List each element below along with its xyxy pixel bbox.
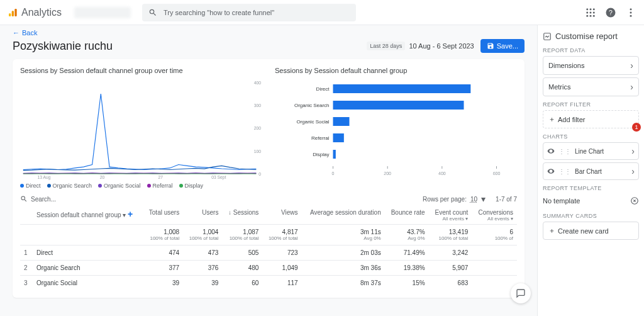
date-range[interactable]: 10 Aug - 6 Sept 2023	[409, 42, 474, 50]
back-link[interactable]: ← Back	[13, 29, 37, 37]
sidebar-title: Customise report	[555, 31, 618, 41]
save-button[interactable]: Save...	[480, 39, 525, 53]
svg-rect-2	[14, 9, 16, 16]
svg-text:0: 0	[332, 171, 335, 176]
unlink-icon[interactable]	[630, 196, 639, 205]
svg-point-6	[586, 11, 588, 13]
help-icon[interactable]: ?	[605, 7, 616, 18]
svg-text:200: 200	[254, 126, 261, 130]
svg-rect-0	[9, 13, 11, 16]
data-table: Session default channel group ▾ +Total u…	[20, 206, 517, 290]
line-chart-legend: DirectOrganic SearchOrganic SocialReferr…	[20, 183, 262, 189]
eye-icon	[547, 147, 555, 155]
svg-point-11	[593, 14, 595, 16]
legend-item[interactable]: Display	[179, 183, 204, 189]
svg-text:200: 200	[384, 171, 391, 176]
table-row[interactable]: 2Organic Search3773764801,0493m 36s19.38…	[20, 261, 517, 276]
chevron-right-icon: ›	[631, 146, 635, 156]
top-bar: Analytics Try searching "how to create f…	[0, 0, 644, 25]
section-report-filter: REPORT FILTER	[543, 101, 639, 108]
global-search[interactable]: Try searching "how to create funnel"	[142, 4, 356, 21]
add-filter-button[interactable]: ＋ Add filter 1	[543, 110, 639, 128]
no-template: No template	[543, 194, 639, 208]
svg-text:0: 0	[258, 172, 261, 176]
svg-point-5	[593, 8, 595, 10]
legend-item[interactable]: Direct	[20, 183, 41, 189]
chat-fab[interactable]	[511, 283, 531, 303]
legend-item[interactable]: Referral	[147, 183, 173, 189]
bar-chart: DirectOrganic SearchOrganic SocialReferr…	[275, 79, 517, 180]
section-charts: CHARTS	[543, 133, 639, 140]
svg-text:Organic Social: Organic Social	[296, 119, 329, 125]
legend-item[interactable]: Organic Social	[98, 183, 141, 189]
chart-type-line[interactable]: ⋮⋮ Line Chart ›	[543, 142, 639, 160]
bar-chart-title: Sessions by Session default channel grou…	[275, 67, 517, 74]
chart-type-bar[interactable]: ⋮⋮ Bar Chart ›	[543, 162, 639, 180]
date-preset-chip[interactable]: Last 28 days	[367, 42, 405, 50]
table-search-placeholder: Search...	[31, 196, 56, 203]
svg-text:Display: Display	[313, 152, 329, 157]
plus-icon: ＋	[548, 115, 555, 124]
app-name: Analytics	[21, 7, 62, 18]
search-icon	[20, 195, 28, 203]
table-search[interactable]: Search...	[20, 195, 56, 203]
save-icon	[487, 42, 494, 50]
customise-icon	[543, 32, 552, 41]
save-label: Save...	[497, 42, 518, 50]
svg-text:400: 400	[254, 81, 261, 85]
svg-point-10	[590, 14, 592, 16]
svg-text:03 Sept: 03 Sept	[211, 175, 226, 180]
chevron-right-icon: ›	[630, 82, 633, 92]
svg-point-15	[630, 11, 632, 13]
svg-point-4	[590, 8, 592, 10]
plus-icon: ＋	[548, 226, 555, 235]
drag-icon: ⋮⋮	[558, 168, 571, 175]
page-title: Pozyskiwanie ruchu	[13, 40, 113, 53]
svg-rect-35	[333, 150, 336, 159]
svg-text:20: 20	[100, 175, 105, 179]
svg-text:?: ?	[609, 8, 613, 16]
section-summary: SUMMARY CARDS	[543, 213, 639, 219]
svg-text:100: 100	[254, 149, 261, 154]
table-row[interactable]: 1Direct4744735057232m 03s71.49%3,242	[20, 245, 517, 261]
svg-rect-27	[333, 84, 471, 93]
svg-text:Referral: Referral	[311, 135, 330, 141]
svg-text:400: 400	[438, 171, 446, 176]
svg-point-8	[593, 11, 595, 13]
chevron-right-icon: ›	[630, 60, 633, 71]
chevron-down-icon[interactable]: ▾	[481, 194, 486, 204]
section-template: REPORT TEMPLATE	[543, 185, 639, 191]
rows-per-page-label: Rows per page:	[423, 196, 467, 203]
search-icon	[148, 8, 157, 17]
customise-sidebar: Customise report REPORT DATA Dimensions›…	[537, 25, 644, 316]
table-row[interactable]: 3Organic Social3939601178m 37s15%683	[20, 276, 517, 291]
svg-point-3	[586, 8, 588, 10]
rows-per-page-value[interactable]: 10	[470, 196, 477, 203]
chat-icon	[516, 288, 526, 298]
svg-text:Direct: Direct	[316, 86, 330, 92]
line-chart-title: Sessions by Session default channel grou…	[20, 67, 262, 74]
svg-rect-33	[333, 133, 344, 142]
metrics-item[interactable]: Metrics›	[543, 77, 639, 96]
svg-rect-1	[12, 11, 14, 16]
svg-point-7	[590, 11, 592, 13]
svg-text:300: 300	[254, 103, 261, 108]
legend-item[interactable]: Organic Search	[47, 183, 92, 189]
apps-icon[interactable]	[585, 7, 596, 18]
dimensions-item[interactable]: Dimensions›	[543, 56, 639, 75]
svg-point-16	[630, 14, 632, 16]
drag-icon: ⋮⋮	[558, 148, 571, 155]
svg-text:600: 600	[493, 171, 501, 176]
account-selector[interactable]	[74, 7, 131, 18]
svg-point-14	[630, 8, 632, 10]
svg-text:27: 27	[158, 175, 163, 179]
svg-rect-31	[333, 117, 350, 126]
page-info: 1-7 of 7	[496, 196, 517, 203]
chevron-right-icon: ›	[631, 166, 635, 176]
create-card-button[interactable]: ＋ Create new card	[543, 222, 639, 240]
svg-text:Organic Search: Organic Search	[294, 103, 330, 108]
logo: Analytics	[8, 7, 62, 18]
line-chart: 010020030040013 Aug202703 Sept	[20, 79, 262, 180]
more-icon[interactable]	[625, 7, 636, 18]
section-report-data: REPORT DATA	[543, 47, 639, 54]
